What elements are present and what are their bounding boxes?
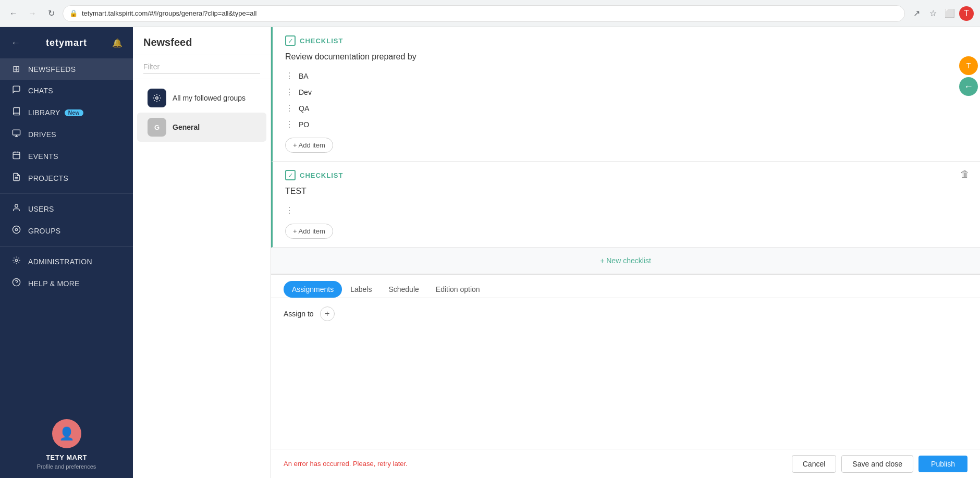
checklist-item-label-ba: BA — [299, 72, 309, 80]
all-groups-label: All my followed groups — [173, 94, 246, 102]
sidebar-divider-2 — [0, 246, 133, 247]
drag-handle-po[interactable]: ⋮ — [285, 119, 293, 129]
sidebar: ← tetymart 🔔 ⊞ NEWSFEEDS CHATS LIBRARY — [0, 27, 133, 478]
delete-checklist-button[interactable]: 🗑 — [960, 169, 970, 180]
footer-bar: An error has occurred. Please, retry lat… — [271, 449, 980, 478]
notification-bell-button[interactable]: 🔔 — [110, 35, 125, 50]
library-new-badge: New — [65, 109, 83, 116]
add-item-button-2[interactable]: + Add item — [285, 224, 333, 239]
avatar[interactable]: 👤 — [52, 419, 81, 448]
newsfeed-title: Newsfeed — [133, 27, 271, 55]
sidebar-bottom: 👤 TETY MART Profile and preferences — [0, 411, 133, 478]
sidebar-nav: ⊞ NEWSFEEDS CHATS LIBRARY New — [0, 54, 133, 299]
newsfeeds-icon: ⊞ — [10, 64, 22, 75]
sidebar-item-help[interactable]: HELP & MORE — [0, 273, 133, 295]
drag-handle-ba[interactable]: ⋮ — [285, 71, 293, 81]
svg-point-10 — [13, 226, 20, 233]
sidebar-item-chats[interactable]: CHATS — [0, 80, 133, 102]
profile-circle[interactable]: T — [959, 6, 974, 21]
sidebar-back-button[interactable]: ← — [8, 35, 23, 50]
sidebar-item-label-groups: GROUPS — [28, 227, 60, 235]
sidebar-item-newsfeeds[interactable]: ⊞ NEWSFEEDS — [0, 58, 133, 80]
users-icon — [10, 203, 22, 215]
assign-to-row: Assign to + — [284, 307, 967, 321]
error-message: An error has occurred. Please, retry lat… — [284, 460, 408, 468]
main-content: ✓ CHECKLIST Review documentation prepare… — [271, 27, 980, 478]
events-icon — [10, 151, 22, 162]
sidebar-item-label-drives: DRIVES — [28, 130, 56, 139]
cancel-button[interactable]: Cancel — [792, 455, 837, 473]
help-icon — [10, 278, 22, 289]
newsfeed-filter — [133, 55, 271, 79]
new-checklist-area: + New checklist — [271, 248, 980, 274]
save-close-button[interactable]: Save and close — [841, 455, 913, 473]
new-checklist-button[interactable]: + New checklist — [600, 256, 651, 265]
publish-button[interactable]: Publish — [918, 456, 967, 472]
back-button[interactable]: ← — [6, 6, 21, 21]
app-container: ← tetymart 🔔 ⊞ NEWSFEEDS CHATS LIBRARY — [0, 27, 980, 478]
administration-icon — [10, 256, 22, 267]
library-icon — [10, 107, 22, 118]
drag-handle-empty[interactable]: ⋮ — [285, 205, 293, 215]
right-float: T ← — [957, 54, 980, 98]
checklist-item-ba: ⋮ BA — [285, 68, 967, 84]
assign-plus-button[interactable]: + — [320, 307, 335, 321]
checklist-item-label-qa: QA — [299, 104, 309, 113]
checklist-block-1: ✓ CHECKLIST Review documentation prepare… — [271, 27, 980, 162]
sidebar-item-label-projects: PROJECTS — [28, 174, 68, 182]
tab-edition-option[interactable]: Edition option — [427, 281, 488, 298]
tab-labels[interactable]: Labels — [342, 281, 380, 298]
window-button[interactable]: ⬜ — [942, 6, 957, 21]
sidebar-item-drives[interactable]: DRIVES — [0, 124, 133, 145]
forward-button[interactable]: → — [25, 6, 40, 21]
checklist-item-dev: ⋮ Dev — [285, 84, 967, 100]
svg-point-11 — [15, 228, 17, 230]
sidebar-item-library[interactable]: LIBRARY New — [0, 102, 133, 124]
sidebar-divider-1 — [0, 193, 133, 194]
content-scroll: ✓ CHECKLIST Review documentation prepare… — [271, 27, 980, 449]
groups-icon — [10, 225, 22, 237]
sidebar-header: ← tetymart 🔔 — [0, 27, 133, 54]
projects-icon — [10, 173, 22, 184]
add-item-button-1[interactable]: + Add item — [285, 138, 333, 153]
newsfeed-panel: Newsfeed All my followed groups G Genera… — [133, 27, 271, 478]
float-circle-orange[interactable]: T — [959, 56, 978, 75]
checklist-icon-1: ✓ — [285, 35, 296, 46]
filter-input[interactable] — [143, 60, 260, 73]
lock-icon: 🔒 — [69, 9, 78, 17]
tab-assignments[interactable]: Assignments — [284, 281, 342, 298]
drag-handle-dev[interactable]: ⋮ — [285, 87, 293, 97]
sidebar-item-label-library: LIBRARY New — [28, 108, 83, 117]
sidebar-item-groups[interactable]: GROUPS — [0, 220, 133, 242]
general-group-icon: G — [148, 118, 166, 137]
checklist-header-1: ✓ CHECKLIST — [285, 35, 967, 46]
browser-actions: ↗ ☆ ⬜ T — [909, 6, 974, 21]
tab-schedule[interactable]: Schedule — [380, 281, 427, 298]
sidebar-item-label-help: HELP & MORE — [28, 279, 80, 288]
sidebar-item-users[interactable]: USERS — [0, 198, 133, 220]
svg-rect-0 — [13, 130, 20, 135]
checklist-item-label-po: PO — [299, 120, 309, 129]
reload-button[interactable]: ↻ — [44, 6, 58, 21]
drag-handle-qa[interactable]: ⋮ — [285, 103, 293, 113]
group-item-general[interactable]: G General — [137, 113, 266, 142]
float-circle-teal[interactable]: ← — [959, 77, 978, 96]
url-text: tetymart.talkspirit.com/#/l/groups/gener… — [82, 9, 256, 17]
svg-point-15 — [156, 97, 158, 100]
drives-icon — [10, 129, 22, 140]
sidebar-item-events[interactable]: EVENTS — [0, 145, 133, 167]
checklist-item-po: ⋮ PO — [285, 116, 967, 132]
share-button[interactable]: ↗ — [909, 6, 924, 21]
sidebar-item-label-administration: ADMINISTRATION — [28, 258, 92, 266]
group-item-all[interactable]: All my followed groups — [137, 83, 266, 113]
checklist-icon-2: ✓ — [285, 170, 296, 180]
assignments-body: Assign to + — [271, 298, 980, 329]
bookmark-button[interactable]: ☆ — [926, 6, 940, 21]
sidebar-item-projects[interactable]: PROJECTS — [0, 167, 133, 189]
sidebar-item-administration[interactable]: ADMINISTRATION — [0, 251, 133, 273]
address-bar[interactable]: 🔒 tetymart.talkspirit.com/#/l/groups/gen… — [63, 5, 905, 22]
checklist-block-2: ✓ CHECKLIST 🗑 TEST ⋮ + Add item — [271, 162, 980, 248]
newsfeed-groups: All my followed groups G General — [133, 79, 271, 478]
browser-chrome: ← → ↻ 🔒 tetymart.talkspirit.com/#/l/grou… — [0, 0, 980, 27]
sidebar-item-label-newsfeeds: NEWSFEEDS — [28, 65, 76, 73]
